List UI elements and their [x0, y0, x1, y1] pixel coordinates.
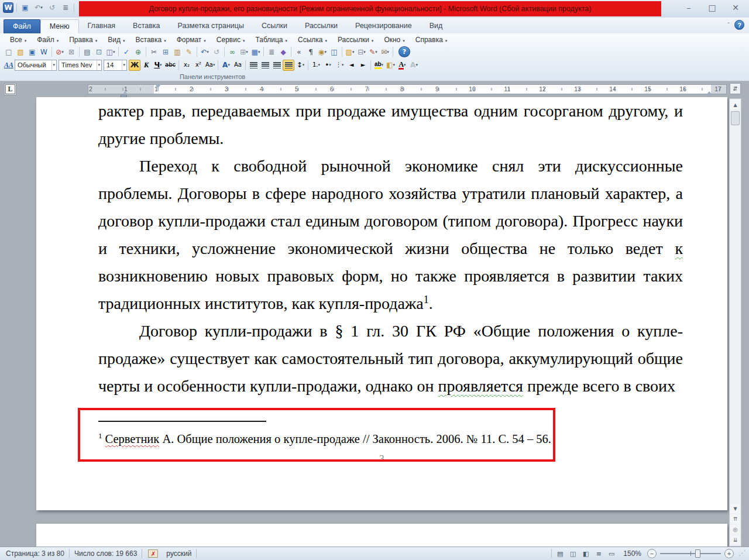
tab-references[interactable]: Ссылки [253, 19, 296, 33]
send-button[interactable]: ⊟▾ [356, 46, 367, 57]
tab-home[interactable]: Главная [79, 19, 125, 33]
menu-item-2[interactable]: Правка▾ [64, 35, 102, 44]
menu-item-9[interactable]: Рассылки▾ [332, 35, 379, 44]
increase-indent-button[interactable]: ► [357, 60, 369, 71]
print-layout-view-button[interactable]: ▤ [554, 548, 566, 559]
justify-button[interactable] [283, 60, 294, 71]
browse-object-icon[interactable]: ◎ [730, 525, 740, 534]
page-4-top[interactable] [36, 524, 727, 547]
decrease-indent-button[interactable]: ◄ [345, 60, 357, 71]
zoom-slider-thumb[interactable] [695, 549, 700, 558]
print-preview-button[interactable]: ⊡ [93, 46, 105, 57]
font-color-button[interactable]: А▾ [396, 60, 408, 71]
footnote-reference[interactable]: 1 [424, 294, 429, 305]
next-page-icon[interactable]: ⇊ [730, 535, 740, 545]
subscript-button[interactable]: x₂ [181, 60, 193, 71]
undo-button[interactable]: ↶▾ [33, 2, 44, 13]
zoom-slider[interactable] [660, 549, 721, 558]
permission-button[interactable]: ⊘▾ [54, 46, 66, 57]
hyperlink-button[interactable]: ∞ [226, 46, 238, 57]
paragraph-settings-button[interactable]: ≣ [60, 2, 71, 13]
open-folder-button[interactable]: ▧ [15, 46, 26, 57]
save-button[interactable]: ▣ [19, 2, 31, 13]
ruler[interactable]: 211234567891011121314151617 [88, 84, 727, 94]
menu-item-6[interactable]: Сервис▾ [211, 35, 250, 44]
protect-document-button[interactable]: ⊠ [66, 46, 77, 57]
show-paragraph-button[interactable]: ¶ [305, 46, 317, 57]
read-mode-button[interactable]: ◫▾ [105, 46, 116, 57]
save-button[interactable]: ▣ [26, 46, 38, 57]
menu-item-11[interactable]: Справка▾ [410, 35, 453, 44]
zoom-out-button[interactable]: − [647, 549, 657, 558]
line-spacing-button[interactable]: ↕▾ [294, 60, 306, 71]
styles-button[interactable]: АА [3, 60, 15, 71]
scroll-up-icon[interactable]: ▲ [730, 100, 740, 109]
menu-item-1[interactable]: Файл▾ [32, 35, 64, 44]
cut-button[interactable]: ✂ [148, 46, 160, 57]
numbered-list-button[interactable]: 1.▾ [310, 60, 322, 71]
right-indent-marker[interactable] [706, 88, 712, 95]
close-button[interactable]: ✕ [728, 2, 743, 13]
align-center-button[interactable] [259, 60, 271, 71]
bold-button[interactable]: Ж [129, 60, 140, 71]
previous-page-icon[interactable]: ⇈ [730, 514, 740, 524]
italic-button[interactable]: К [140, 60, 152, 71]
menu-item-4[interactable]: Вставка▾ [130, 35, 171, 44]
web-layout-view-button[interactable]: ◧ [580, 548, 592, 559]
underline-button[interactable]: Ч▾ [152, 60, 164, 71]
text-effects-button[interactable]: А▾ [408, 60, 420, 71]
menu-item-5[interactable]: Формат▾ [171, 35, 211, 44]
tab-file[interactable]: Файл [4, 19, 40, 33]
fullscreen-view-button[interactable]: ◫ [567, 548, 579, 559]
scroll-down-icon[interactable]: ▼ [730, 504, 740, 513]
maximize-button[interactable]: □ [705, 2, 720, 13]
draft-view-button[interactable]: ▭ [606, 548, 617, 559]
menu-item-8[interactable]: Ссылка▾ [293, 35, 332, 44]
ruler-toggle-button[interactable]: ⇵ [730, 83, 741, 94]
font-size-combo[interactable]: 14▾ [104, 60, 127, 71]
page-indicator[interactable]: Страница: 3 из 80 [2, 549, 68, 558]
help-button[interactable]: ? [398, 46, 410, 57]
columns-button[interactable]: ≣ [266, 46, 277, 57]
chevrons-button[interactable]: « [293, 46, 305, 57]
align-right-button[interactable] [271, 60, 283, 71]
word-logo-button[interactable]: W [2, 2, 14, 13]
document-text[interactable]: рактер прав, передаваемых при продаже им… [98, 97, 683, 400]
menu-item-10[interactable]: Окно▾ [379, 35, 410, 44]
minimize-button[interactable]: – [681, 2, 696, 13]
superscript-button[interactable]: x² [193, 60, 204, 71]
zoom-level[interactable]: 150% [619, 549, 646, 558]
scrollbar-thumb[interactable] [731, 111, 740, 125]
word-count[interactable]: Число слов: 19 663 [71, 549, 140, 558]
print-button[interactable]: ▤ [81, 46, 93, 57]
paste-button[interactable]: ▥ [171, 46, 183, 57]
shading-button[interactable]: ◧▾ [384, 60, 396, 71]
tab-menu[interactable]: Меню [40, 19, 79, 33]
tab-insert[interactable]: Вставка [124, 19, 169, 33]
tab-review[interactable]: Рецензирование [346, 19, 421, 33]
strikethrough-button[interactable]: abc [164, 60, 177, 71]
new-document-button[interactable]: □ [3, 46, 15, 57]
menu-item-3[interactable]: Вид▾ [102, 35, 130, 44]
new-folder-button[interactable]: ▨▾ [344, 46, 356, 57]
drawing-button[interactable]: ◆ [277, 46, 289, 57]
font-style-button[interactable]: А▾ [220, 60, 232, 71]
tab-view[interactable]: Вид [421, 19, 452, 33]
outline-view-button[interactable]: ≡ [593, 548, 604, 559]
redo-button[interactable]: ↺ [211, 46, 222, 57]
word-document-button[interactable]: W [38, 46, 50, 57]
borders-button[interactable]: ⊞▾ [238, 46, 250, 57]
redo-button[interactable]: ↺ [46, 2, 58, 13]
multilevel-list-button[interactable]: ⋮▾ [334, 60, 345, 71]
tab-page-layout[interactable]: Разметка страницы [169, 19, 253, 33]
vertical-scrollbar[interactable]: ▲ ▼ ⇈ ◎ ⇊ [729, 98, 741, 547]
proofing-errors-icon[interactable]: ✗ [148, 549, 158, 558]
resize-grip-icon[interactable]: ⋰ [735, 549, 747, 558]
clear-formatting-button[interactable]: Аа [232, 60, 243, 71]
envelope-button[interactable]: ✉▾ [379, 46, 391, 57]
align-left-button[interactable] [248, 60, 259, 71]
change-case-button[interactable]: Aa▾ [204, 60, 216, 71]
book-button[interactable]: ◫ [328, 46, 340, 57]
zoom-in-button[interactable]: + [724, 549, 734, 558]
tab-stop-selector[interactable]: L [4, 83, 16, 95]
